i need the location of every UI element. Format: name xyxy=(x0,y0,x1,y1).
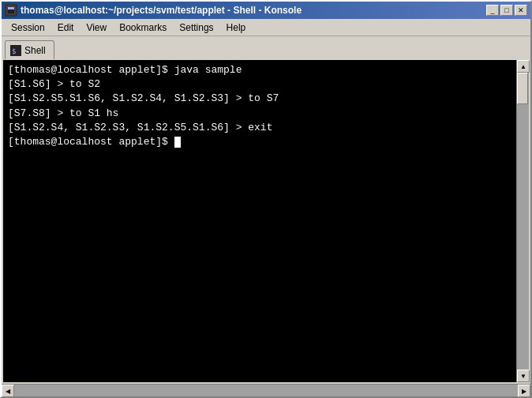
scroll-left-button[interactable]: ◀ xyxy=(2,385,14,397)
svg-rect-1 xyxy=(8,7,14,9)
menu-session[interactable]: Session xyxy=(5,21,51,35)
maximize-button[interactable]: □ xyxy=(500,5,513,16)
menu-bar: Session Edit View Bookmarks Settings Hel… xyxy=(2,19,530,36)
scroll-track-v[interactable] xyxy=(517,73,529,370)
main-window: thomas@localhost:~/projects/svm/test/app… xyxy=(0,0,532,398)
horizontal-scrollbar: ◀ ▶ xyxy=(2,384,530,396)
scroll-thumb-v[interactable] xyxy=(517,73,528,104)
terminal-tab-icon: $ xyxy=(10,45,21,56)
menu-help[interactable]: Help xyxy=(220,21,253,35)
tab-bar: $ Shell xyxy=(2,36,530,58)
svg-text:$: $ xyxy=(12,47,16,55)
menu-view[interactable]: View xyxy=(80,21,113,35)
scroll-down-button[interactable]: ▼ xyxy=(517,370,530,382)
window-controls: _ □ ✕ xyxy=(486,5,527,16)
scroll-right-button[interactable]: ▶ xyxy=(518,385,530,397)
scroll-up-button[interactable]: ▲ xyxy=(517,60,530,73)
tab-label: Shell xyxy=(24,45,46,56)
minimize-button[interactable]: _ xyxy=(486,5,499,16)
menu-edit[interactable]: Edit xyxy=(51,21,81,35)
terminal-area: [thomas@localhost applet]$ java sample [… xyxy=(2,58,530,384)
scroll-track-h[interactable] xyxy=(14,385,518,396)
close-button[interactable]: ✕ xyxy=(515,5,527,16)
vertical-scrollbar: ▲ ▼ xyxy=(516,60,529,382)
tab-shell[interactable]: $ Shell xyxy=(5,40,54,59)
window-icon xyxy=(5,4,17,17)
terminal-cursor xyxy=(174,137,181,148)
title-bar: thomas@localhost:~/projects/svm/test/app… xyxy=(2,2,530,19)
menu-bookmarks[interactable]: Bookmarks xyxy=(113,21,173,35)
terminal-output[interactable]: [thomas@localhost applet]$ java sample [… xyxy=(3,60,516,382)
menu-settings[interactable]: Settings xyxy=(173,21,219,35)
window-title: thomas@localhost:~/projects/svm/test/app… xyxy=(21,5,302,16)
title-bar-left: thomas@localhost:~/projects/svm/test/app… xyxy=(5,4,302,17)
